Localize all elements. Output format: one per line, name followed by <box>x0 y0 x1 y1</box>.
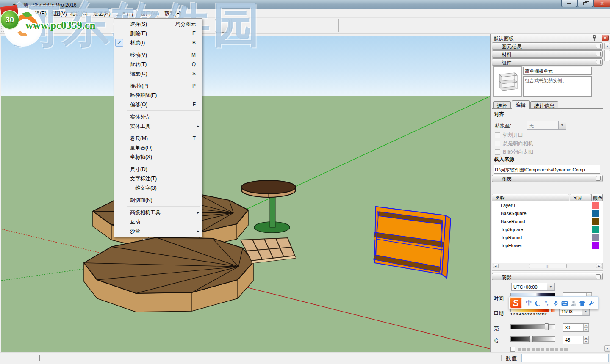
minimize-button[interactable] <box>561 0 577 7</box>
glue-to-dropdown[interactable]: 无 ▼ <box>527 121 566 130</box>
scroll-left-icon[interactable]: ◀ <box>493 264 499 268</box>
menu-item-offset[interactable]: 偏移(O) F <box>114 100 202 109</box>
tab-statistics[interactable]: 统计信息 <box>530 101 558 109</box>
menu-help[interactable]: 帮助(H) <box>161 9 185 17</box>
light-slider-thumb[interactable] <box>545 323 549 330</box>
light-value-spinbox[interactable]: 80 ▲▼ <box>563 323 589 332</box>
dark-slider[interactable] <box>510 336 555 342</box>
menu-item-erase[interactable]: 删除(E) E <box>114 29 202 38</box>
component-thumbnail[interactable] <box>493 66 522 97</box>
mic-icon[interactable] <box>551 299 560 306</box>
dark-value-spinbox[interactable]: 45 ▲▼ <box>563 336 589 344</box>
scrollbar-thumb[interactable] <box>604 50 610 61</box>
layer-row[interactable]: TopRound <box>492 234 603 242</box>
toolbar-grip[interactable] <box>1 19 4 32</box>
collapse-box-icon[interactable] <box>596 44 601 48</box>
tab-select[interactable]: 选择 <box>493 101 511 109</box>
pedestal-table[interactable] <box>241 180 296 233</box>
wrench-icon[interactable] <box>587 299 596 306</box>
layer-color-swatch[interactable] <box>592 202 599 209</box>
load-source-path-field[interactable]: D:\河东软件园\Components\Dynamic Comp <box>494 165 600 174</box>
layer-row[interactable]: Layer0 <box>492 201 603 210</box>
menu-item-section-plane[interactable]: 剖切面(N) <box>114 196 202 205</box>
menu-item-advanced-camera-tools[interactable]: 高级相机工具 ▸ <box>114 208 202 217</box>
layer-row[interactable]: BaseRound <box>492 218 603 226</box>
menu-item-rotate[interactable]: 旋转(T) Q <box>114 60 202 69</box>
menu-item-protractor[interactable]: 量角器(O) <box>114 143 202 152</box>
close-button[interactable]: ✕ <box>593 0 610 7</box>
measurements-input[interactable] <box>521 354 609 362</box>
scroll-down-icon[interactable]: ▼ <box>604 345 610 352</box>
menu-item-dimensions[interactable]: 尺寸(D) <box>114 165 202 174</box>
skin-tshirt-icon[interactable] <box>578 299 587 306</box>
collapse-box-icon[interactable] <box>596 52 601 56</box>
component-description-field[interactable]: 组合式书架的实例。 <box>523 76 592 97</box>
checkbox-icon[interactable] <box>495 132 500 138</box>
menu-item-interact[interactable]: 互动 <box>114 217 202 226</box>
collapse-box-icon[interactable] <box>596 176 601 181</box>
checkbox-cut-opening[interactable]: 切割开口 <box>495 132 523 139</box>
light-slider[interactable] <box>510 324 555 329</box>
menu-item-axes[interactable]: 坐标轴(X) <box>114 152 202 162</box>
section-layers[interactable]: 图层 <box>492 175 603 182</box>
menu-window[interactable]: 窗口(W) <box>137 9 162 17</box>
scroll-right-icon[interactable]: ▶ <box>596 264 602 268</box>
checkbox-icon[interactable] <box>495 141 500 146</box>
dropdown-arrow-icon[interactable]: ▼ <box>558 121 566 129</box>
chinese-mode-icon[interactable]: 中 <box>524 299 533 307</box>
menu-item-scale[interactable]: 缩放(C) S <box>114 69 202 78</box>
menu-item-sandbox[interactable]: 沙盒 ▸ <box>114 226 202 236</box>
layer-row[interactable]: TopFlower <box>492 242 603 250</box>
menu-item-3d-text[interactable]: 三维文字(3) <box>114 183 202 193</box>
menu-item-solid-tools[interactable]: 实体工具 ▸ <box>114 121 202 131</box>
timezone-dropdown[interactable]: UTC+08:00 ▼ <box>511 283 555 291</box>
tab-edit[interactable]: 编辑 <box>512 100 530 109</box>
column-name[interactable]: 名称 <box>492 194 569 201</box>
checkbox-shadows-face-sun[interactable]: 阴影朝向太阳 <box>495 149 533 156</box>
menu-camera[interactable]: 相机(C) <box>67 9 91 17</box>
section-shadows[interactable]: 阴影 <box>492 273 603 280</box>
pin-icon[interactable] <box>592 35 597 41</box>
person-icon[interactable] <box>569 299 578 306</box>
layer-color-swatch[interactable] <box>592 234 599 241</box>
moon-icon[interactable] <box>533 299 542 306</box>
section-materials[interactable]: 材料 <box>492 50 603 58</box>
menu-item-paint-bucket[interactable]: ✓ 材质(I) B <box>114 38 202 47</box>
bookshelf-selected[interactable] <box>374 207 451 278</box>
menu-item-select[interactable]: 选择(S) 均分图元 <box>114 19 202 29</box>
keyboard-icon[interactable] <box>560 300 569 306</box>
menu-item-follow-me[interactable]: 路径跟随(F) <box>114 91 202 100</box>
restore-button[interactable] <box>577 0 593 7</box>
layers-horizontal-scrollbar[interactable]: ◀ ||| ▶ <box>492 263 603 269</box>
spinner-arrows-icon[interactable]: ▲▼ <box>583 336 589 344</box>
layer-color-swatch[interactable] <box>592 226 599 233</box>
front-platform[interactable] <box>84 237 253 312</box>
menu-item-tape-measure[interactable]: 卷尺(M) T <box>114 134 202 143</box>
sogou-logo[interactable]: S <box>510 297 522 309</box>
menu-item-move[interactable]: 移动(V) M <box>114 50 202 60</box>
collapse-box-icon[interactable] <box>596 274 601 279</box>
section-components[interactable]: 组件 <box>492 58 603 66</box>
model-viewport[interactable] <box>1 36 490 352</box>
checkbox-icon[interactable] <box>510 347 515 352</box>
dark-slider-thumb[interactable] <box>529 336 533 342</box>
layer-row[interactable]: TopSquare <box>492 226 603 234</box>
scene-canvas[interactable] <box>1 36 490 352</box>
layer-color-swatch[interactable] <box>592 218 599 225</box>
panel-scrollbar[interactable]: ▲ ▼ <box>604 42 610 352</box>
dropdown-arrow-icon[interactable]: ▼ <box>547 283 554 290</box>
layer-row[interactable]: BaseSquare <box>492 210 603 218</box>
punctuation-icon[interactable]: °, <box>542 300 551 306</box>
checkbox-face-camera[interactable]: 总是朝向相机 <box>495 140 533 147</box>
checkbox-icon[interactable] <box>495 149 500 155</box>
menu-item-outer-shell[interactable]: 实体外壳 <box>114 112 202 121</box>
section-entity-info[interactable]: 图元信息 <box>492 42 603 50</box>
spinner-arrows-icon[interactable]: ▲▼ <box>583 324 589 331</box>
column-visible[interactable]: 可见 <box>570 194 591 201</box>
menu-draw[interactable]: 绘图(R) <box>90 9 114 17</box>
panel-close-button[interactable]: ✕ <box>602 35 609 41</box>
menu-tools[interactable]: 工具(T) <box>113 9 137 17</box>
scroll-up-icon[interactable]: ▲ <box>604 43 610 49</box>
menu-item-text[interactable]: 文字标注(T) <box>114 174 202 183</box>
scrollbar-thumb[interactable]: ||| <box>529 264 567 268</box>
